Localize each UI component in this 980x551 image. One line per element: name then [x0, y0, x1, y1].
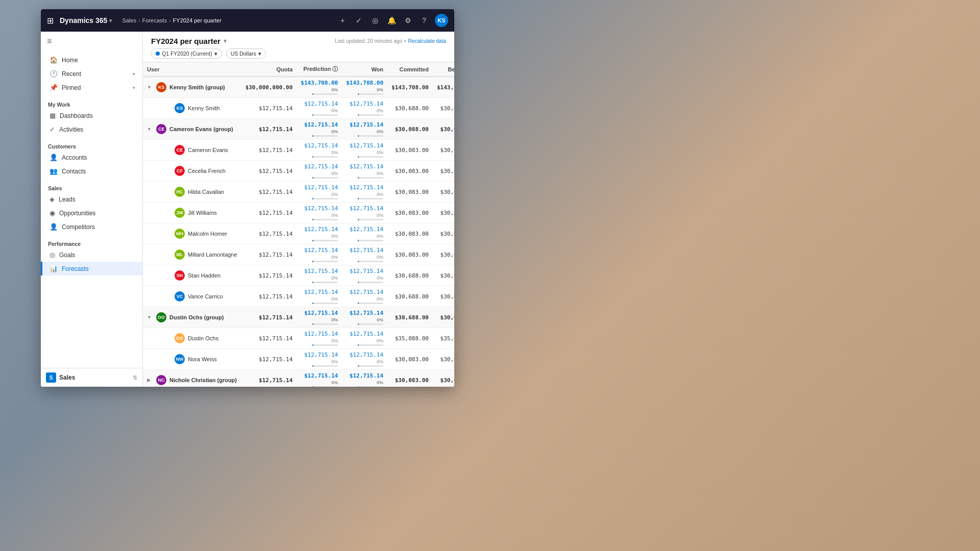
sidebar-mywork-section: My Work ▦ Dashboards ✓ Activities [41, 96, 142, 138]
sidebar-item-goals-label: Goals [59, 252, 75, 259]
sidebar-nav-section: 🏠 Home 🕐 Recent ▾ 📌 Pinned ▾ [41, 51, 142, 96]
row-name-text: Cameron Evans [188, 147, 228, 153]
row-won: $12,715.14 0% [342, 286, 387, 307]
row-expand-icon[interactable]: ▶ [147, 378, 153, 383]
row-quota: $12,715.14 [241, 161, 297, 182]
home-icon: 🏠 [50, 56, 58, 64]
sidebar-item-dashboards[interactable]: ▦ Dashboards [41, 109, 142, 122]
sidebar-item-goals[interactable]: ◎ Goals [41, 248, 142, 262]
row-name-cell[interactable]: ▼ KS Kenny Smith (group) [143, 77, 241, 98]
add-icon[interactable]: + [337, 15, 348, 26]
row-name-cell[interactable]: JW Jill Williams [143, 203, 241, 223]
row-name-text: Jill Williams [188, 210, 217, 216]
currency-filter[interactable]: US Dollars ▾ [226, 48, 266, 59]
row-name-cell[interactable]: ▶ NC Nichole Christian (group) [143, 370, 241, 387]
page-title-chevron-icon[interactable]: ▾ [224, 38, 227, 44]
row-prediction: $12,715.14 0% [297, 119, 342, 140]
row-best-case: $30,083.00 [433, 244, 454, 265]
sidebar-item-competitors[interactable]: 👤 Competitors [41, 220, 142, 234]
table-row[interactable]: JW Jill Williams $12,715.14 $12,715.14 0… [143, 203, 454, 223]
sidebar: ≡ 🏠 Home 🕐 Recent ▾ 📌 Pinned ▾ M [41, 32, 143, 387]
header-filters: Q1 FY2020 (Current) ▾ US Dollars ▾ [151, 48, 446, 59]
table-row[interactable]: ML Millard Lamontagne $12,715.14 $12,715… [143, 244, 454, 265]
row-name-cell[interactable]: HC Hilda Cavallan [143, 182, 241, 203]
row-name-cell[interactable]: CF Cecelia French [143, 161, 241, 182]
help-icon[interactable]: ? [419, 15, 430, 26]
row-expand-icon[interactable]: ▼ [147, 127, 153, 132]
breadcrumb-forecasts[interactable]: Forecasts [142, 17, 167, 23]
table-row[interactable]: VC Vance Carrico $12,715.14 $12,715.14 0… [143, 286, 454, 307]
table-row[interactable]: ▼ CE Cameron Evans (group) $12,715.14 $1… [143, 119, 454, 140]
row-name-cell[interactable]: DO Dustin Ochs [143, 328, 241, 349]
row-name-cell[interactable]: KS Kenny Smith [143, 98, 241, 119]
table-row[interactable]: CE Cameron Evans $12,715.14 $12,715.14 0… [143, 140, 454, 161]
row-won: $12,715.14 0% [342, 203, 387, 223]
app-name[interactable]: Dynamics 365 ▾ [60, 16, 112, 24]
sidebar-collapse-button[interactable]: ≡ [41, 32, 142, 51]
sidebar-item-opportunities[interactable]: ◉ Opportunities [41, 206, 142, 220]
settings-icon[interactable]: ⚙ [402, 15, 413, 26]
check-icon[interactable]: ✓ [353, 15, 364, 26]
sidebar-bottom-app[interactable]: S Sales ⇅ [41, 368, 142, 387]
app-name-label: Dynamics 365 [60, 16, 107, 24]
row-name-cell[interactable]: CE Cameron Evans [143, 140, 241, 161]
row-name-cell[interactable]: VC Vance Carrico [143, 286, 241, 307]
top-bar-icons: + ✓ ◎ 🔔 ⚙ ? KS [337, 14, 448, 27]
row-name-cell[interactable]: MH Malcolm Homer [143, 223, 241, 244]
table-row[interactable]: KS Kenny Smith $12,715.14 $12,715.14 0% … [143, 98, 454, 119]
location-icon[interactable]: ◎ [370, 15, 381, 26]
row-name-text: Millard Lamontagne [188, 252, 237, 258]
row-prediction: $12,715.14 0% [297, 349, 342, 370]
waffle-icon[interactable]: ⊞ [47, 16, 54, 26]
row-expand-icon[interactable]: ▼ [147, 315, 153, 320]
sidebar-item-forecasts[interactable]: 📊 Forecasts [41, 262, 142, 276]
sidebar-bottom-label: Sales [59, 374, 75, 381]
period-filter-chevron: ▾ [214, 51, 217, 57]
row-name-cell[interactable]: SH Stan Hadden [143, 265, 241, 286]
table-row[interactable]: ▼ KS Kenny Smith (group) $30,000,000.00 … [143, 77, 454, 98]
sidebar-item-pinned[interactable]: 📌 Pinned ▾ [41, 81, 142, 94]
row-name-text: Hilda Cavallan [188, 189, 224, 195]
sidebar-item-contacts[interactable]: 👥 Contacts [41, 164, 142, 178]
row-name-cell[interactable]: ML Millard Lamontagne [143, 244, 241, 265]
table-header-row: User Quota Prediction ⓘ Won Committed Be… [143, 62, 454, 77]
row-name-cell[interactable]: ▼ DO Dustin Ochs (group) [143, 307, 241, 328]
sidebar-item-recent[interactable]: 🕐 Recent ▾ [41, 67, 142, 81]
sidebar-item-leads[interactable]: ◈ Leads [41, 192, 142, 206]
row-expand-icon[interactable]: ▼ [147, 85, 153, 90]
table-row[interactable]: SH Stan Hadden $12,715.14 $12,715.14 0% … [143, 265, 454, 286]
table-row[interactable]: NW Nora Weiss $12,715.14 $12,715.14 0% $… [143, 349, 454, 370]
sidebar-item-home[interactable]: 🏠 Home [41, 53, 142, 67]
row-name-text: Dustin Ochs [188, 335, 218, 341]
row-name-cell[interactable]: ▼ CE Cameron Evans (group) [143, 119, 241, 140]
row-committed: $30,688.00 [387, 265, 433, 286]
row-committed: $30,083.00 [387, 349, 433, 370]
row-quota: $12,715.14 [241, 307, 297, 328]
breadcrumb-sales[interactable]: Sales [122, 17, 136, 23]
bell-icon[interactable]: 🔔 [386, 15, 397, 26]
dashboards-icon: ▦ [50, 112, 56, 119]
table-row[interactable]: ▶ NC Nichole Christian (group) $12,715.1… [143, 370, 454, 387]
row-avatar: CE [156, 124, 166, 134]
table-row[interactable]: DO Dustin Ochs $12,715.14 $12,715.14 0% … [143, 328, 454, 349]
row-committed: $30,083.00 [387, 223, 433, 244]
user-avatar[interactable]: KS [435, 14, 448, 27]
table-row[interactable]: CF Cecelia French $12,715.14 $12,715.14 … [143, 161, 454, 182]
col-prediction: Prediction ⓘ [297, 62, 342, 77]
recalculate-link[interactable]: Recalculate data [408, 38, 447, 44]
period-filter[interactable]: Q1 FY2020 (Current) ▾ [151, 48, 222, 59]
row-best-case: $30,083.00 [433, 265, 454, 286]
row-quota: $12,715.14 [241, 140, 297, 161]
table-row[interactable]: ▼ DO Dustin Ochs (group) $12,715.14 $12,… [143, 307, 454, 328]
sidebar-item-accounts[interactable]: 👤 Accounts [41, 151, 142, 164]
table-row[interactable]: HC Hilda Cavallan $12,715.14 $12,715.14 … [143, 182, 454, 203]
sidebar-item-recent-label: Recent [62, 70, 81, 78]
breadcrumb-sep-2: › [169, 17, 171, 23]
activities-icon: ✓ [50, 126, 55, 133]
row-won: $12,715.14 0% [342, 223, 387, 244]
row-name-cell[interactable]: NW Nora Weiss [143, 349, 241, 370]
sidebar-item-activities[interactable]: ✓ Activities [41, 122, 142, 136]
col-committed: Committed [387, 62, 433, 77]
goals-icon: ◎ [50, 251, 55, 259]
table-row[interactable]: MH Malcolm Homer $12,715.14 $12,715.14 0… [143, 223, 454, 244]
